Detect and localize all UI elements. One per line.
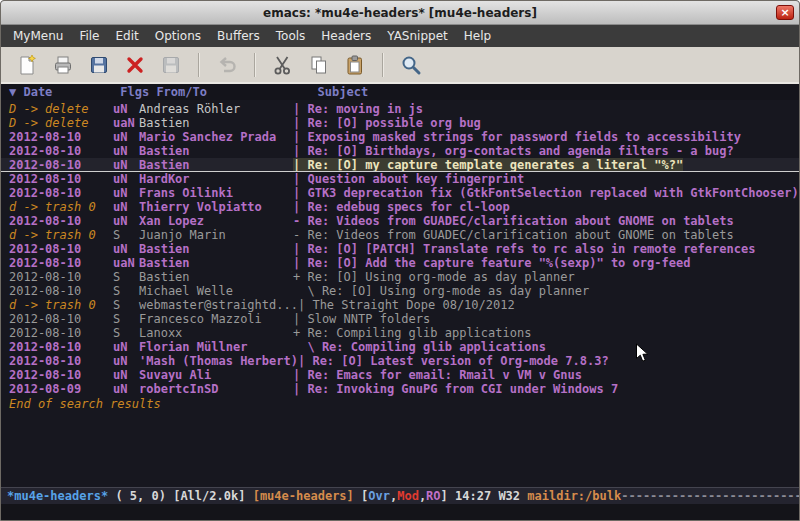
- message-flags: S: [113, 298, 139, 312]
- message-date: 2012-08-10: [9, 312, 113, 326]
- message-flags: uN: [113, 242, 139, 256]
- message-row[interactable]: d -> trash 0Swebmaster@straightd...| The…: [1, 298, 799, 312]
- new-file-icon[interactable]: [10, 50, 44, 80]
- message-subject: - Re: Videos from GUADEC/clarification a…: [293, 214, 734, 228]
- header-subject[interactable]: Subject: [318, 84, 369, 100]
- menu-item-options[interactable]: Options: [147, 26, 209, 46]
- save-as-icon: [154, 50, 188, 80]
- menu-bar: MyMenuFileEditOptionsBuffersToolsHeaders…: [1, 25, 799, 47]
- message-row[interactable]: d -> trash 0SJuanjo Marin- Re: Videos fr…: [1, 228, 799, 242]
- message-from: 'Mash (Thomas Herbert): [139, 354, 298, 368]
- message-subject: | Re: moving in js: [293, 102, 423, 116]
- search-icon[interactable]: [394, 50, 428, 80]
- message-from: Bastien: [139, 116, 293, 130]
- message-subject: | Re: [O] [PATCH] Translate refs to rc a…: [293, 242, 755, 256]
- header-date-sort[interactable]: ▼ Date: [9, 84, 113, 100]
- message-row[interactable]: 2012-08-10uN'Mash (Thomas Herbert)| Re: …: [1, 354, 799, 368]
- message-from: robertcInSD: [139, 382, 293, 396]
- message-row[interactable]: 2012-08-10uNFrans Oilinki| GTK3 deprecat…: [1, 186, 799, 200]
- message-flags: uN: [113, 158, 139, 172]
- message-subject: | Re: [O] Birthdays, org-contacts and ag…: [293, 144, 734, 158]
- message-from: Andreas Röhler: [139, 102, 293, 116]
- message-row[interactable]: 2012-08-10SLanoxx+ Re: Compiling glib ap…: [1, 326, 799, 340]
- message-row[interactable]: D -> deleteuaNBastien| Re: [O] possible …: [1, 116, 799, 130]
- save-icon[interactable]: [82, 50, 116, 80]
- message-date: d -> trash 0: [9, 298, 113, 312]
- message-subject: | GTK3 deprecation fix (GtkFontSelection…: [293, 186, 799, 200]
- menu-item-help[interactable]: Help: [456, 26, 499, 46]
- message-from: Florian Müllner: [139, 340, 293, 354]
- message-subject: + Re: Compiling glib applications: [293, 326, 531, 340]
- message-date: 2012-08-10: [9, 354, 113, 368]
- message-row[interactable]: 2012-08-10uNHardKor| Question about key …: [1, 172, 799, 186]
- modeline-modified: Mod: [397, 489, 419, 503]
- message-date: 2012-08-10: [9, 284, 113, 298]
- message-flags: uN: [113, 102, 139, 116]
- message-date: 2012-08-10: [9, 270, 113, 284]
- message-row[interactable]: 2012-08-10uNXan Lopez- Re: Videos from G…: [1, 214, 799, 228]
- message-row[interactable]: 2012-08-09uNrobertcInSD| Re: Invoking Gn…: [1, 382, 799, 396]
- window-close-button[interactable]: ×: [776, 5, 794, 20]
- message-row[interactable]: 2012-08-10uaNBastien| Re: [O] Add the ca…: [1, 256, 799, 270]
- message-subject: | The Straight Dope 08/10/2012: [298, 298, 515, 312]
- message-row[interactable]: 2012-08-10SMichael Welle \ Re: [O] Using…: [1, 284, 799, 298]
- paste-icon[interactable]: [338, 50, 372, 80]
- end-of-results: End of search results: [1, 397, 799, 411]
- undo-icon: [210, 50, 244, 80]
- message-row[interactable]: 2012-08-10uNFlorian Müllner \ Re: Compil…: [1, 340, 799, 354]
- message-date: 2012-08-10: [9, 158, 113, 172]
- cut-icon[interactable]: [266, 50, 300, 80]
- message-flags: uaN: [113, 256, 139, 270]
- message-flags: S: [113, 284, 139, 298]
- message-row[interactable]: 2012-08-10uNBastien| Re: [O] Birthdays, …: [1, 144, 799, 158]
- message-from: Frans Oilinki: [139, 186, 293, 200]
- message-subject: | Re: [O] my capture template generates …: [293, 158, 683, 172]
- headers-buffer[interactable]: D -> deleteuNAndreas Röhler| Re: moving …: [1, 100, 799, 487]
- menu-item-file[interactable]: File: [71, 26, 107, 46]
- echo-area[interactable]: [1, 504, 799, 520]
- message-from: Xan Lopez: [139, 214, 293, 228]
- message-subject: | Exposing masked strings for password f…: [293, 130, 741, 144]
- toolbar-separator: [254, 53, 256, 77]
- header-from[interactable]: From/To: [156, 84, 310, 100]
- toolbar: [1, 47, 799, 84]
- message-flags: S: [113, 228, 139, 242]
- menu-item-headers[interactable]: Headers: [313, 26, 379, 46]
- message-date: 2012-08-10: [9, 340, 113, 354]
- menu-item-yasnippet[interactable]: YASnippet: [379, 26, 456, 46]
- message-date: 2012-08-10: [9, 172, 113, 186]
- message-row[interactable]: 2012-08-10uNMario Sanchez Prada| Exposin…: [1, 130, 799, 144]
- message-row[interactable]: D -> deleteuNAndreas Röhler| Re: moving …: [1, 102, 799, 116]
- message-subject: \ Re: [O] Using org-mode as day planner: [293, 284, 589, 298]
- modeline-time: 14:27: [455, 489, 498, 503]
- message-flags: uN: [113, 130, 139, 144]
- message-from: Suvayu Ali: [139, 368, 293, 382]
- menu-item-buffers[interactable]: Buffers: [209, 26, 268, 46]
- message-row[interactable]: 2012-08-10SBastien+ Re: [O] Using org-mo…: [1, 270, 799, 284]
- message-flags: uN: [113, 172, 139, 186]
- menu-item-mymenu[interactable]: MyMenu: [5, 26, 71, 46]
- message-flags: uN: [113, 186, 139, 200]
- message-date: 2012-08-10: [9, 326, 113, 340]
- header-flags[interactable]: Flgs: [120, 84, 149, 100]
- copy-icon[interactable]: [302, 50, 336, 80]
- message-subject: | Re: [O] Add the capture feature "%(sex…: [293, 256, 690, 270]
- menu-item-tools[interactable]: Tools: [268, 26, 314, 46]
- header-line: ▼ Date Flgs From/To Subject: [1, 84, 799, 100]
- message-flags: uN: [113, 214, 139, 228]
- message-row[interactable]: 2012-08-10uNSuvayu Ali| Re: Emacs for em…: [1, 368, 799, 382]
- modeline-buffer-name: *mu4e-headers*: [7, 489, 115, 503]
- message-flags: uN: [113, 368, 139, 382]
- close-buffer-icon[interactable]: [118, 50, 152, 80]
- message-from: Bastien: [139, 256, 293, 270]
- print-icon[interactable]: [46, 50, 80, 80]
- message-row[interactable]: 2012-08-10SFrancesco Mazzoli| Slow NNTP …: [1, 312, 799, 326]
- message-row-current[interactable]: 2012-08-10uNBastien| Re: [O] my capture …: [1, 158, 799, 172]
- message-row[interactable]: 2012-08-10uNBastien| Re: [O] [PATCH] Tra…: [1, 242, 799, 256]
- message-flags: S: [113, 270, 139, 284]
- message-row[interactable]: d -> trash 0uNThierry Volpiatto| Re: ede…: [1, 200, 799, 214]
- message-flags: S: [113, 312, 139, 326]
- menu-item-edit[interactable]: Edit: [108, 26, 147, 46]
- message-date: D -> delete: [9, 116, 113, 130]
- titlebar[interactable]: emacs: *mu4e-headers* [mu4e-headers] ×: [1, 1, 799, 25]
